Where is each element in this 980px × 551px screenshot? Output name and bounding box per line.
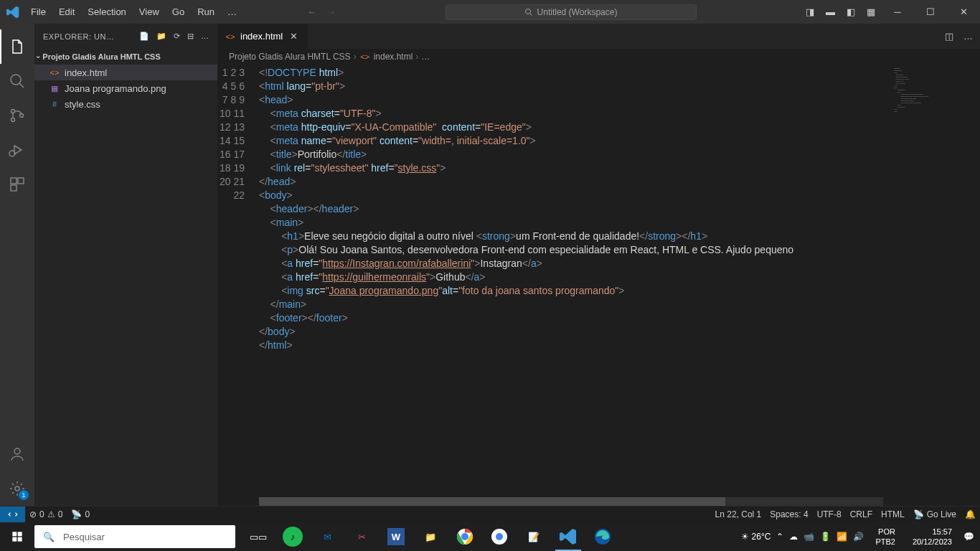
horizontal-scrollbar[interactable] bbox=[259, 497, 883, 506]
taskbar-vscode-icon[interactable] bbox=[551, 522, 585, 551]
tray-volume-icon[interactable]: 🔊 bbox=[853, 532, 864, 542]
breadcrumb-file[interactable]: index.html bbox=[374, 52, 413, 62]
tab-label: index.html bbox=[240, 31, 283, 42]
activity-debug[interactable] bbox=[0, 133, 34, 167]
minimap[interactable]: ▬▬▬▬▬▬▬ ▬▬▬▬▬▬▬▬▬ ▬▬▬▬ ▬▬▬▬▬▬▬▬▬ ▬▬▬▬▬▬▬… bbox=[891, 65, 970, 165]
svg-line-3 bbox=[19, 83, 24, 88]
scrollbar-thumb[interactable] bbox=[259, 497, 725, 506]
status-eol[interactable]: CRLF bbox=[846, 507, 877, 522]
taskbar-chrome2-icon[interactable] bbox=[482, 522, 517, 551]
explorer-more-icon[interactable]: … bbox=[201, 32, 209, 41]
refresh-icon[interactable]: ⟳ bbox=[174, 32, 180, 41]
taskbar-search[interactable]: 🔍 Pesquisar bbox=[34, 525, 235, 548]
window-close[interactable]: ✕ bbox=[947, 0, 980, 24]
activity-sourcecontrol[interactable] bbox=[0, 98, 34, 133]
tray-onedrive-icon[interactable]: ☁ bbox=[789, 532, 798, 542]
breadcrumb[interactable]: Projeto Gladis Alura HMTL CSS › <> index… bbox=[217, 49, 980, 65]
svg-rect-13 bbox=[12, 532, 17, 536]
remote-indicator[interactable] bbox=[0, 507, 25, 522]
collapse-icon[interactable]: ⊟ bbox=[187, 32, 194, 41]
taskbar-edge-icon[interactable] bbox=[585, 522, 620, 551]
file-item-index[interactable]: <> index.html bbox=[34, 65, 217, 80]
taskbar-notepad-icon[interactable]: 📝 bbox=[517, 522, 551, 551]
svg-line-1 bbox=[529, 13, 532, 15]
menu-edit[interactable]: Edit bbox=[53, 4, 80, 20]
new-folder-icon[interactable]: 📁 bbox=[156, 32, 166, 41]
taskbar-explorer-icon[interactable]: 📁 bbox=[413, 522, 448, 551]
tab-more-icon[interactable]: … bbox=[963, 31, 973, 42]
chevron-right-icon: › bbox=[415, 52, 418, 62]
code-editor[interactable]: 1 2 3 4 5 6 7 8 9 10 11 12 13 14 15 16 1… bbox=[217, 65, 980, 506]
tray-lang[interactable]: POR PTB2 bbox=[870, 527, 901, 547]
nav-forward-icon[interactable]: → bbox=[326, 6, 336, 17]
nav-arrows: ← → bbox=[307, 6, 336, 17]
window-minimize[interactable]: ─ bbox=[881, 0, 914, 24]
taskbar-snip-icon[interactable]: ✂ bbox=[344, 522, 379, 551]
tray-chevron-icon[interactable]: ⌃ bbox=[776, 532, 783, 542]
layout-customize-icon[interactable]: ▦ bbox=[867, 6, 875, 17]
activity-settings[interactable]: 1 bbox=[0, 471, 34, 506]
tray-wifi-icon[interactable]: 📶 bbox=[837, 532, 847, 542]
breadcrumb-folder[interactable]: Projeto Gladis Alura HMTL CSS bbox=[229, 52, 351, 62]
svg-point-18 bbox=[461, 533, 468, 540]
menu-file[interactable]: File bbox=[25, 4, 52, 20]
status-problems[interactable]: ⊘0 ⚠0 bbox=[25, 507, 67, 522]
image-file-icon: ▦ bbox=[49, 83, 60, 94]
file-item-image[interactable]: ▦ Joana programando.png bbox=[34, 80, 217, 96]
new-file-icon[interactable]: 📄 bbox=[139, 32, 149, 41]
command-center[interactable]: Untitled (Workspace) bbox=[446, 4, 697, 20]
menu-view[interactable]: View bbox=[133, 4, 165, 20]
tab-close-icon[interactable]: ✕ bbox=[287, 31, 301, 42]
layout-sidebar-right-icon[interactable]: ◧ bbox=[847, 6, 855, 17]
status-bell-icon[interactable]: 🔔 bbox=[961, 507, 980, 522]
taskbar-mail-icon[interactable]: ✉ bbox=[310, 522, 344, 551]
menu-selection[interactable]: Selection bbox=[82, 4, 131, 20]
tray-battery-icon[interactable]: 🔋 bbox=[820, 532, 831, 542]
chevron-right-icon: › bbox=[354, 52, 357, 62]
layout-panel-icon[interactable]: ▬ bbox=[826, 6, 835, 17]
window-maximize[interactable]: ☐ bbox=[914, 0, 947, 24]
taskbar-word-icon[interactable]: W bbox=[379, 522, 413, 551]
code-content[interactable]: <!DOCTYPE html> <html lang="pt-br"> <hea… bbox=[259, 65, 980, 506]
activity-explorer[interactable] bbox=[0, 29, 34, 64]
editor-tabs: <> index.html ✕ ◫ … bbox=[217, 24, 980, 49]
status-lang[interactable]: HTML bbox=[877, 507, 909, 522]
window-controls: ─ ☐ ✕ bbox=[881, 0, 980, 24]
titlebar: File Edit Selection View Go Run … ← → Un… bbox=[0, 0, 980, 24]
svg-rect-16 bbox=[18, 537, 22, 542]
tray-weather[interactable]: ☀ 26°C bbox=[741, 532, 771, 542]
svg-rect-10 bbox=[11, 185, 17, 191]
folder-root[interactable]: › Projeto Gladis Alura HMTL CSS bbox=[34, 49, 217, 65]
editor-area: <> index.html ✕ ◫ … Projeto Gladis Alura… bbox=[217, 24, 980, 506]
file-item-style[interactable]: # style.css bbox=[34, 96, 217, 112]
taskbar-spotify-icon[interactable]: ♪ bbox=[275, 522, 310, 551]
vscode-logo-icon bbox=[0, 6, 25, 19]
svg-rect-8 bbox=[11, 178, 17, 184]
tray-notifications-icon[interactable]: 💬 bbox=[963, 532, 974, 542]
status-ports[interactable]: 📡0 bbox=[67, 507, 94, 522]
activity-search[interactable] bbox=[0, 64, 34, 98]
status-encoding[interactable]: UTF-8 bbox=[813, 507, 846, 522]
split-editor-icon[interactable]: ◫ bbox=[945, 31, 953, 42]
status-spaces[interactable]: Spaces: 4 bbox=[765, 507, 812, 522]
taskbar-taskview-icon[interactable]: ▭▭ bbox=[241, 522, 275, 551]
search-icon: 🔍 bbox=[34, 532, 63, 542]
tray-meet-icon[interactable]: 📹 bbox=[804, 532, 814, 542]
activity-account[interactable] bbox=[0, 437, 34, 471]
status-golive[interactable]: 📡Go Live bbox=[909, 507, 961, 522]
status-cursor[interactable]: Ln 22, Col 1 bbox=[711, 507, 766, 522]
start-button[interactable] bbox=[0, 522, 34, 551]
layout-sidebar-left-icon[interactable]: ◨ bbox=[806, 6, 814, 17]
breadcrumb-tail[interactable]: … bbox=[421, 52, 430, 62]
menu-more[interactable]: … bbox=[222, 4, 242, 20]
nav-back-icon[interactable]: ← bbox=[307, 6, 316, 17]
taskbar-search-placeholder: Pesquisar bbox=[63, 532, 105, 542]
tab-index-html[interactable]: <> index.html ✕ bbox=[217, 24, 308, 49]
tray-clock[interactable]: 15:57 20/12/2023 bbox=[907, 527, 958, 547]
explorer-title: EXPLORER: UNTI… bbox=[43, 32, 115, 41]
file-label: style.css bbox=[65, 99, 100, 110]
activity-extensions[interactable] bbox=[0, 167, 34, 202]
menu-go[interactable]: Go bbox=[166, 4, 190, 20]
menu-run[interactable]: Run bbox=[192, 4, 220, 20]
taskbar-chrome-icon[interactable] bbox=[448, 522, 482, 551]
